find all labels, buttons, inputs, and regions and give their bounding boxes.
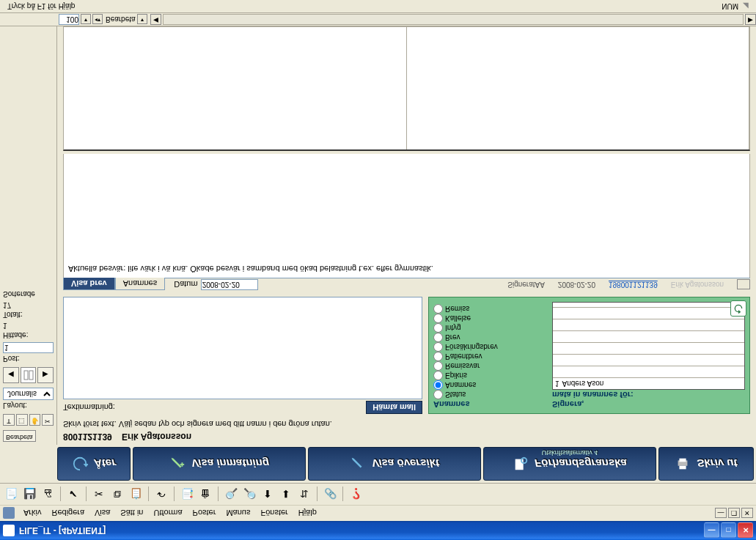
radio-remissvar[interactable]	[433, 361, 443, 371]
body-pane-right[interactable]	[407, 27, 750, 149]
tool-hand-icon[interactable]: ✋	[29, 414, 41, 426]
mdi-restore[interactable]: ❐	[728, 508, 740, 519]
tb-find-all-icon[interactable]: 🔎	[241, 487, 257, 503]
menu-manus[interactable]: Manus	[221, 508, 254, 519]
tb-sort-desc-icon[interactable]: ⬇	[278, 487, 294, 503]
pid-link[interactable]: 198001121139	[609, 281, 658, 289]
text-input[interactable]	[63, 297, 422, 399]
tb-print-icon[interactable]: 🖨	[40, 487, 56, 503]
layout-label: Layout:	[3, 402, 54, 410]
radio-kallelse[interactable]	[433, 314, 443, 323]
body-pane-left[interactable]	[64, 27, 407, 149]
nav-next-icon[interactable]: ▶	[37, 367, 54, 383]
menu-hjalp[interactable]: Hjälp	[294, 508, 321, 519]
layout-select[interactable]: Journalis	[3, 388, 54, 400]
radio-row-remissvar[interactable]: Remissvar	[433, 361, 543, 371]
tool-text-icon[interactable]: T	[3, 414, 15, 426]
radio-epikris[interactable]	[433, 371, 443, 380]
tb-find-icon[interactable]: 🔍	[223, 487, 239, 503]
hamta-mall-button[interactable]: Hämta mall	[366, 401, 422, 414]
menu-satt-in[interactable]: Sätt in	[116, 508, 147, 519]
tb-sort-asc-icon[interactable]: ⬆	[260, 487, 276, 503]
action-input[interactable]: Visa inmatning	[133, 447, 306, 481]
menu-visa[interactable]: Visa	[90, 508, 114, 519]
tb-save-icon[interactable]: 💾	[21, 487, 37, 503]
radio-row-remiss[interactable]: Remiss	[433, 304, 543, 314]
zoom-input[interactable]	[59, 14, 79, 25]
action-overview[interactable]: Visa översikt	[308, 447, 481, 481]
tb-relations-icon[interactable]: 🔗	[322, 487, 338, 503]
statusbar: Tryck på F1 för Hjälp NUM ◢	[0, 0, 756, 13]
signer-list[interactable]: 1 Anders Ason	[552, 302, 745, 390]
radio-label: Remiss	[445, 305, 469, 313]
radio-row-anamnes[interactable]: Anamnes	[433, 380, 543, 390]
radio-remiss[interactable]	[433, 304, 443, 314]
radio-intyg[interactable]	[433, 323, 443, 333]
radio-försäkringsbrev[interactable]	[433, 342, 443, 352]
sorterade-label: Sorterade	[3, 290, 54, 298]
tb-cut-icon[interactable]: ✂	[91, 487, 107, 503]
tb-delete-record-icon[interactable]: 🗑	[197, 487, 213, 503]
mode-dropdown2-icon[interactable]: ▾	[137, 15, 147, 25]
resize-grip-icon[interactable]: ◢	[743, 2, 753, 10]
nav-book-icon[interactable]	[21, 367, 37, 383]
radio-row-patientbrev[interactable]: Patientbrev	[433, 352, 543, 361]
radio-brev[interactable]	[433, 333, 443, 342]
tb-copy-icon[interactable]: ⧉	[109, 487, 125, 503]
nav-prev-icon[interactable]: ◀	[3, 367, 19, 383]
tb-spell-icon[interactable]: ✔	[65, 487, 81, 503]
menu-utforma[interactable]: Utforma	[149, 508, 186, 519]
hittade-value: 1	[3, 322, 54, 330]
radio-row-intyg[interactable]: Intyg	[433, 323, 543, 333]
main-column: 8001121139 Erik Agatonsson Skriv först t…	[57, 26, 756, 445]
radio-row-kallelse[interactable]: Kallelse	[433, 314, 543, 323]
menu-arkiv[interactable]: Arkiv	[19, 508, 45, 519]
tab-visa-brev[interactable]: Visa brev	[63, 278, 115, 290]
menu-redigera[interactable]: Redigera	[47, 508, 89, 519]
minimize-button[interactable]: ―	[704, 523, 719, 539]
radio-row-status[interactable]: Status	[433, 390, 543, 399]
radio-anamnes[interactable]	[433, 380, 443, 390]
mode-bearbeta-label[interactable]: Bearbeta	[3, 430, 36, 442]
scroll-right-icon[interactable]: ▶	[745, 14, 756, 25]
radio-patientbrev[interactable]	[433, 352, 443, 361]
tb-sort-icon[interactable]: ⇅	[296, 487, 312, 503]
action-preview[interactable]: Förhandsgranska Utskriftsalternativ 4	[483, 447, 656, 481]
radio-row-epikris[interactable]: Epikris	[433, 371, 543, 380]
maximize-button[interactable]: □	[721, 523, 736, 539]
radio-row-försäkringsbrev[interactable]: Försäkringsbrev	[433, 342, 543, 352]
close-button[interactable]: ✕	[738, 523, 753, 539]
body-split	[63, 26, 750, 151]
h-scrollbar[interactable]	[163, 14, 744, 25]
mode-dropdown-icon[interactable]: ◂▾	[92, 15, 103, 25]
tab-anamnes[interactable]: Anamnes	[115, 278, 165, 290]
hint-text: Skriv först text. Välj sedan typ och sig…	[57, 417, 756, 429]
scroll-left-icon[interactable]: ◀	[150, 14, 161, 25]
tb-paste-icon[interactable]: 📋	[128, 487, 144, 503]
tb-new-record-icon[interactable]: 📑	[179, 487, 195, 503]
post-input[interactable]	[3, 342, 54, 353]
tb-new-icon[interactable]: 📄	[3, 487, 19, 503]
left-sidebar: Bearbeta T ⬚ ✋ ✂ Layout: Journalis ◀ ▶ P…	[0, 26, 57, 445]
tool-crop-icon[interactable]: ✂	[42, 414, 54, 426]
document-area[interactable]: Aktuella besvär: lite värk i vä knä. Öka…	[63, 154, 750, 278]
tool-select-icon[interactable]: ⬚	[16, 414, 28, 426]
tb-undo-icon[interactable]: ↶	[153, 487, 169, 503]
action-back[interactable]: Åter	[57, 447, 131, 481]
tb-help-icon[interactable]: ❓	[348, 487, 364, 503]
refresh-icon[interactable]	[730, 300, 746, 317]
zoom-dropdown-icon[interactable]: ▾	[81, 15, 91, 25]
doc-icon	[3, 508, 15, 519]
radio-status[interactable]	[433, 390, 443, 399]
radio-row-brev[interactable]: Brev	[433, 333, 543, 342]
action-print[interactable]: Skriv ut	[658, 447, 754, 481]
menu-fonster[interactable]: Fönster	[256, 508, 292, 519]
datum-input[interactable]	[201, 279, 258, 290]
svg-rect-4	[680, 459, 686, 462]
sign-hdr2: mata in anamnes för:	[552, 391, 745, 399]
tabstrip: Visa brev Anamnes Datum SigneratAA 2008-…	[63, 278, 750, 291]
menu-poster[interactable]: Poster	[188, 508, 221, 519]
collapse-button[interactable]	[737, 280, 750, 290]
mdi-minimize[interactable]: ―	[715, 508, 727, 519]
mdi-close[interactable]: ✕	[741, 508, 753, 519]
